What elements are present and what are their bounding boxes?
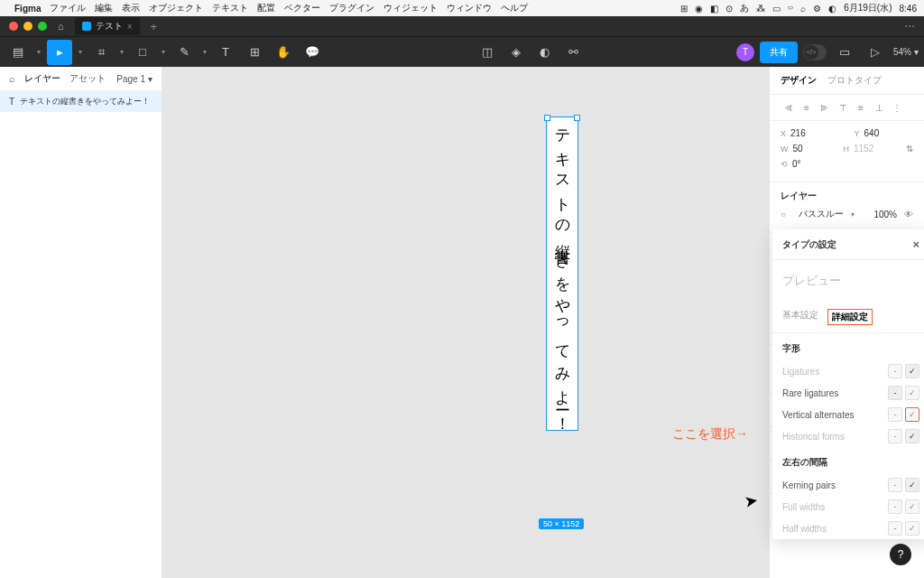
dev-mode-toggle[interactable]: </> bbox=[803, 44, 827, 61]
wifi-icon[interactable]: ⌔ bbox=[788, 4, 793, 14]
close-icon[interactable]: × bbox=[912, 238, 919, 251]
move-tool[interactable]: ▸ bbox=[47, 40, 72, 65]
menu-file[interactable]: ファイル bbox=[50, 2, 86, 14]
search-icon[interactable]: ⌕ bbox=[9, 73, 15, 84]
help-button[interactable]: ? bbox=[890, 544, 911, 565]
battery-icon[interactable]: ▭ bbox=[772, 4, 781, 14]
y-field[interactable]: 640 bbox=[864, 128, 880, 138]
menu-arrange[interactable]: 配置 bbox=[257, 2, 275, 14]
toggle-off[interactable]: - bbox=[888, 521, 902, 536]
hand-tool[interactable]: ✋ bbox=[271, 40, 296, 65]
align-top-icon[interactable]: ⊤ bbox=[835, 100, 851, 115]
mask-icon[interactable]: ◈ bbox=[504, 40, 529, 65]
line-icon[interactable]: ◉ bbox=[695, 4, 703, 14]
align-bottom-icon[interactable]: ⊥ bbox=[871, 100, 887, 115]
chevron-down-icon[interactable]: ▾ bbox=[34, 40, 43, 65]
layer-row[interactable]: T テキストの縦書きをやってみよー！ bbox=[0, 91, 162, 112]
h-field[interactable]: 1152 bbox=[854, 144, 873, 154]
canvas[interactable]: テキストの縦書きをやってみよー！ 50 × 1152 ここを選択→ ➤ タイプの… bbox=[162, 67, 769, 578]
menu-text[interactable]: テキスト bbox=[212, 2, 248, 14]
toggle-off[interactable]: - bbox=[888, 429, 902, 443]
visibility-icon[interactable]: 👁 bbox=[904, 210, 913, 219]
component-icon[interactable]: ◫ bbox=[475, 40, 500, 65]
library-icon[interactable]: ▭ bbox=[832, 40, 857, 65]
toggle-off[interactable]: - bbox=[888, 407, 902, 422]
layers-tab[interactable]: レイヤー bbox=[24, 72, 60, 85]
comment-tool[interactable]: 💬 bbox=[300, 40, 325, 65]
resources-tool[interactable]: ⊞ bbox=[242, 40, 267, 65]
home-icon[interactable]: ⌂ bbox=[58, 21, 64, 32]
avatar[interactable]: T bbox=[736, 43, 754, 61]
toggle-on[interactable]: ✓ bbox=[905, 478, 919, 492]
drive-icon[interactable]: ◧ bbox=[710, 4, 718, 14]
prototype-tab[interactable]: プロトタイプ bbox=[827, 74, 882, 87]
toggle-on[interactable]: ✓ bbox=[905, 521, 919, 536]
present-icon[interactable]: ▷ bbox=[863, 40, 888, 65]
menu-widget[interactable]: ウィジェット bbox=[383, 2, 438, 14]
shape-tool[interactable]: □ bbox=[130, 40, 155, 65]
menu-window[interactable]: ウィンドウ bbox=[447, 2, 492, 14]
blend-mode[interactable]: パススルー bbox=[799, 208, 844, 220]
toggle-off[interactable]: - bbox=[888, 364, 902, 378]
share-button[interactable]: 共有 bbox=[760, 42, 798, 63]
text-tool[interactable]: T bbox=[213, 40, 238, 65]
align-right-icon[interactable]: ⫸ bbox=[817, 100, 833, 115]
pen-tool[interactable]: ✎ bbox=[171, 40, 197, 65]
toggle-off[interactable]: - bbox=[888, 478, 902, 492]
menu-object[interactable]: オブジェクト bbox=[149, 2, 203, 14]
toggle-on[interactable]: ✓ bbox=[905, 386, 919, 400]
align-left-icon[interactable]: ⫷ bbox=[781, 100, 797, 115]
assets-tab[interactable]: アセット bbox=[69, 72, 106, 85]
status-icon[interactable]: ⊞ bbox=[680, 4, 688, 14]
selected-text-node[interactable]: テキストの縦書きをやってみよー！ bbox=[546, 117, 578, 431]
distribute-icon[interactable]: ⋮ bbox=[889, 100, 905, 115]
file-tab[interactable]: テスト × bbox=[75, 17, 140, 35]
chevron-down-icon[interactable]: ▾ bbox=[200, 40, 209, 65]
align-controls: ⫷ ≡ ⫸ ⊤ ≡ ⊥ ⋮ bbox=[770, 95, 924, 121]
frame-tool[interactable]: ⌗ bbox=[88, 40, 114, 65]
menubar-date[interactable]: 6月19日(水) bbox=[844, 2, 892, 14]
toggle-off[interactable]: - bbox=[888, 499, 902, 514]
new-tab-button[interactable]: + bbox=[151, 20, 158, 33]
menu-edit[interactable]: 編集 bbox=[95, 2, 113, 14]
menubar-time[interactable]: 8:46 bbox=[900, 4, 917, 14]
search-icon[interactable]: ⌕ bbox=[800, 4, 806, 14]
w-field[interactable]: 50 bbox=[793, 144, 803, 154]
rotation-field[interactable]: 0° bbox=[792, 159, 801, 169]
traffic-lights[interactable] bbox=[9, 22, 47, 31]
toggle-on[interactable]: ✓ bbox=[905, 499, 919, 514]
x-field[interactable]: 216 bbox=[790, 128, 806, 138]
zoom-control[interactable]: 54%▾ bbox=[893, 47, 919, 57]
link-icon[interactable]: ⚯ bbox=[561, 40, 587, 65]
layer-opacity[interactable]: 100% bbox=[873, 210, 897, 219]
toggle-on[interactable]: ✓ bbox=[905, 407, 919, 422]
window-menu-icon[interactable]: ⋯ bbox=[904, 20, 915, 33]
glyph-section-title: 字形 bbox=[772, 333, 924, 360]
toggle-off[interactable]: - bbox=[888, 386, 902, 400]
siri-icon[interactable]: ◐ bbox=[828, 4, 836, 14]
tab-advanced[interactable]: 詳細設定 bbox=[827, 309, 873, 325]
boolean-icon[interactable]: ◐ bbox=[532, 40, 558, 65]
toggle-on[interactable]: ✓ bbox=[905, 364, 919, 378]
bluetooth-icon[interactable]: ⁂ bbox=[756, 4, 765, 14]
figma-menu-icon[interactable]: ▤ bbox=[5, 40, 31, 65]
play-icon[interactable]: ⊙ bbox=[725, 4, 733, 14]
app-name[interactable]: Figma bbox=[14, 4, 41, 14]
menu-plugin[interactable]: プラグイン bbox=[329, 2, 374, 14]
menu-help[interactable]: ヘルプ bbox=[501, 2, 528, 14]
chevron-down-icon[interactable]: ▾ bbox=[76, 40, 85, 65]
page-selector[interactable]: Page 1▾ bbox=[116, 74, 152, 84]
chevron-down-icon[interactable]: ▾ bbox=[117, 40, 126, 65]
toggle-on[interactable]: ✓ bbox=[905, 429, 919, 443]
chevron-down-icon[interactable]: ▾ bbox=[159, 40, 168, 65]
design-tab[interactable]: デザイン bbox=[781, 74, 817, 87]
tab-basic[interactable]: 基本設定 bbox=[782, 309, 818, 325]
menu-view[interactable]: 表示 bbox=[122, 2, 140, 14]
align-vcenter-icon[interactable]: ≡ bbox=[853, 100, 869, 115]
align-hcenter-icon[interactable]: ≡ bbox=[799, 100, 815, 115]
ime-icon[interactable]: あ bbox=[740, 2, 749, 14]
control-center-icon[interactable]: ⚙ bbox=[813, 4, 821, 14]
constrain-icon[interactable]: ⇅ bbox=[906, 144, 913, 154]
menu-vector[interactable]: ベクター bbox=[284, 2, 320, 14]
tab-close-icon[interactable]: × bbox=[127, 22, 133, 32]
